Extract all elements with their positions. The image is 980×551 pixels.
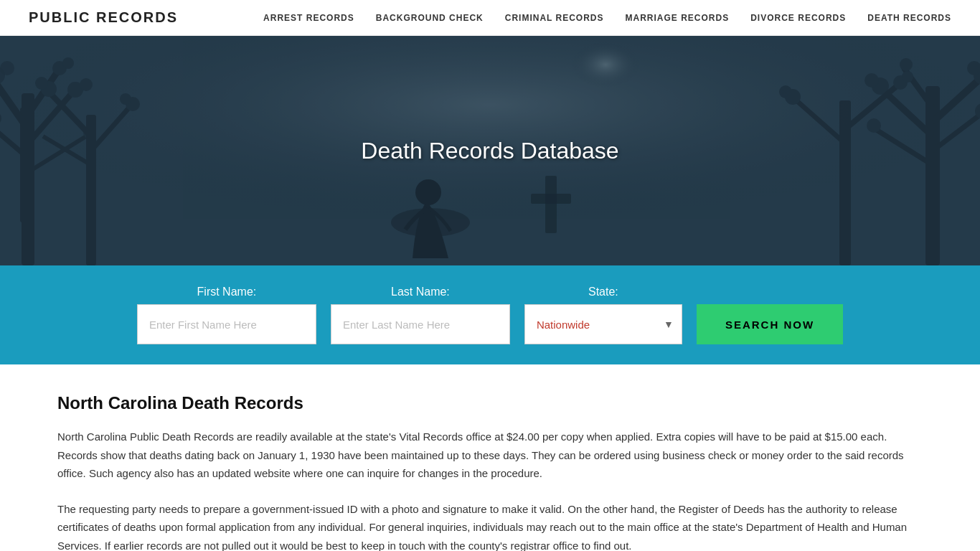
last-name-input[interactable]	[331, 304, 510, 344]
nav-criminal-records[interactable]: CRIMINAL RECORDS	[505, 13, 604, 23]
nav-background-check[interactable]: BACKGROUND CHECK	[376, 13, 484, 23]
article-paragraph-2: The requesting party needs to prepare a …	[57, 500, 923, 552]
main-content: North Carolina Death Records North Carol…	[0, 364, 980, 551]
nav-marriage-records[interactable]: MARRIAGE RECORDS	[626, 13, 730, 23]
first-name-input[interactable]	[137, 304, 316, 344]
main-nav: ARREST RECORDS BACKGROUND CHECK CRIMINAL…	[263, 13, 951, 23]
last-name-field: Last Name:	[331, 286, 510, 344]
state-select[interactable]: Nationwide Alabama Alaska Arizona Arkans…	[524, 304, 682, 344]
site-logo: PUBLIC RECORDS	[29, 9, 178, 26]
first-name-label: First Name:	[137, 286, 316, 298]
nav-death-records[interactable]: DEATH RECORDS	[867, 13, 951, 23]
first-name-field: First Name:	[137, 286, 316, 344]
header: PUBLIC RECORDS ARREST RECORDS BACKGROUND…	[0, 0, 980, 36]
last-name-label: Last Name:	[331, 286, 510, 298]
article-heading: North Carolina Death Records	[57, 393, 923, 413]
state-field: State: Nationwide Alabama Alaska Arizona…	[524, 286, 682, 344]
state-label: State:	[524, 286, 682, 298]
state-select-wrapper: Nationwide Alabama Alaska Arizona Arkans…	[524, 304, 682, 344]
hero-section: Death Records Database	[0, 36, 980, 265]
search-now-button[interactable]: SEARCH NOW	[697, 304, 843, 344]
nav-arrest-records[interactable]: ARREST RECORDS	[263, 13, 354, 23]
search-bar: First Name: Last Name: State: Nationwide…	[0, 265, 980, 364]
article-paragraph-1: North Carolina Public Death Records are …	[57, 428, 923, 483]
hero-title: Death Records Database	[361, 138, 618, 164]
nav-divorce-records[interactable]: DIVORCE RECORDS	[750, 13, 846, 23]
